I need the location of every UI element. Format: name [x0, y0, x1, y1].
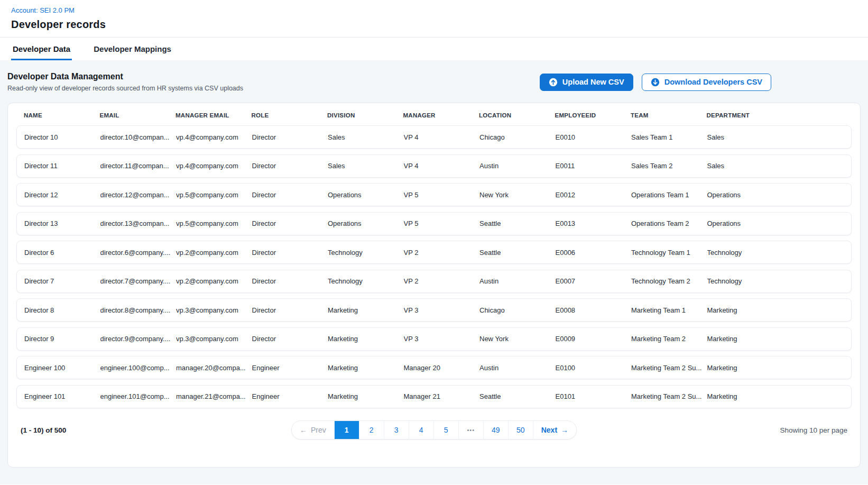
table-row[interactable]: Director 8director.8@company....vp.3@com… [16, 298, 852, 322]
page-button-1[interactable]: 1 [334, 421, 359, 439]
cell-division: Sales [328, 162, 404, 170]
download-developers-csv-button[interactable]: Download Developers CSV [642, 74, 771, 91]
cell-department: Sales [707, 162, 783, 170]
arrow-right-icon: → [561, 426, 568, 434]
table-footer: (1 - 10) of 500 ←Prev12345•••4950Next→ S… [8, 414, 860, 440]
cell-employee_id: E0101 [556, 392, 632, 400]
tab-developer-data[interactable]: Developer Data [11, 38, 72, 60]
pagination-control: ←Prev12345•••4950Next→ [291, 420, 577, 440]
cell-name: Director 13 [24, 219, 100, 227]
cell-team: Marketing Team 2 Su... [631, 392, 707, 400]
table-row[interactable]: Director 12director.12@compan...vp.5@com… [16, 183, 852, 206]
results-range-label: (1 - 10) of 500 [21, 426, 291, 434]
cell-location: Austin [479, 277, 556, 285]
upload-button-label: Upload New CSV [562, 78, 624, 86]
cell-manager_email: vp.4@company.com [176, 133, 252, 141]
pager-label: 50 [516, 426, 525, 434]
cell-manager: VP 2 [404, 277, 480, 285]
pages-ellipsis: ••• [458, 421, 483, 439]
cell-email: director.11@compan... [100, 162, 177, 170]
page-button-3[interactable]: 3 [384, 421, 409, 439]
cell-location: New York [479, 191, 556, 199]
cell-name: Director 10 [24, 133, 100, 141]
account-breadcrumb-link[interactable]: Account: SEI 2.0 PM [11, 6, 75, 14]
next-page-button[interactable]: Next→ [533, 421, 576, 439]
section-actions: Upload New CSV Download Developers CSV [540, 74, 771, 91]
page-button-5[interactable]: 5 [433, 421, 458, 439]
cell-manager: VP 5 [404, 219, 480, 227]
cell-team: Marketing Team 1 [631, 306, 707, 314]
pager-label: 5 [444, 426, 448, 434]
cell-role: Engineer [252, 392, 328, 400]
cell-manager: VP 2 [404, 249, 480, 257]
section-titles: Developer Data Management Read-only view… [7, 72, 243, 92]
cell-email: director.8@company.... [100, 306, 177, 314]
upload-new-csv-button[interactable]: Upload New CSV [540, 74, 633, 91]
column-header-email: EMAIL [100, 112, 176, 118]
cell-manager_email: vp.3@company.com [176, 306, 252, 314]
cell-department: Marketing [707, 392, 783, 400]
page-header: Account: SEI 2.0 PM Developer records [0, 0, 868, 37]
cell-division: Technology [328, 249, 404, 257]
table-row[interactable]: Director 9director.9@company....vp.3@com… [16, 327, 852, 351]
cell-team: Operations Team 2 [631, 219, 707, 227]
cell-division: Technology [328, 277, 404, 285]
cell-manager: Manager 20 [404, 364, 480, 372]
cell-email: director.10@compan... [100, 133, 177, 141]
cell-manager_email: vp.3@company.com [176, 335, 252, 343]
column-header-employee_id: EMPLOYEEID [555, 112, 631, 118]
section-title: Developer Data Management [7, 72, 243, 81]
page-button-4[interactable]: 4 [409, 421, 433, 439]
column-header-location: LOCATION [479, 112, 555, 118]
cell-team: Operations Team 1 [631, 191, 707, 199]
pager-label: Prev [311, 426, 326, 434]
cell-department: Marketing [707, 335, 783, 343]
cell-department: Operations [707, 191, 783, 199]
table-row[interactable]: Engineer 101engineer.101@comp...manager.… [16, 385, 852, 408]
table-row[interactable]: Director 13director.13@compan...vp.5@com… [16, 212, 852, 235]
prev-page-button[interactable]: ←Prev [292, 421, 334, 439]
cell-email: engineer.100@comp... [100, 364, 177, 372]
tab-developer-mappings[interactable]: Developer Mappings [92, 38, 173, 60]
cell-name: Director 11 [24, 162, 100, 170]
cell-manager_email: manager.20@compa... [176, 364, 252, 372]
arrow-left-icon: ← [300, 426, 307, 434]
cell-location: New York [479, 335, 556, 343]
table-row[interactable]: Director 6director.6@company....vp.2@com… [16, 241, 852, 264]
upload-circle-icon [549, 78, 558, 87]
cell-department: Marketing [707, 364, 783, 372]
cell-department: Operations [707, 219, 783, 227]
table-row[interactable]: Engineer 100engineer.100@comp...manager.… [16, 356, 852, 379]
cell-name: Director 12 [24, 191, 100, 199]
section-header: Developer Data Management Read-only view… [7, 72, 861, 103]
column-header-division: DIVISION [327, 112, 403, 118]
cell-email: director.7@company.... [100, 277, 177, 285]
page-button-2[interactable]: 2 [359, 421, 384, 439]
page-button-50[interactable]: 50 [508, 421, 533, 439]
cell-role: Director [252, 191, 328, 199]
cell-manager_email: vp.4@company.com [176, 162, 252, 170]
developer-data-table: NAMEEMAILMANAGER EMAILROLEDIVISIONMANAGE… [7, 103, 861, 468]
cell-name: Director 9 [24, 335, 100, 343]
cell-role: Director [252, 219, 328, 227]
cell-name: Director 8 [24, 306, 100, 314]
table-row[interactable]: Director 7director.7@company....vp.2@com… [16, 270, 852, 293]
cell-division: Operations [328, 219, 404, 227]
pager-label: 1 [345, 426, 349, 434]
cell-division: Sales [328, 133, 404, 141]
tab-bar: Developer Data Developer Mappings [0, 37, 868, 60]
page-button-49[interactable]: 49 [483, 421, 508, 439]
cell-location: Seattle [479, 249, 556, 257]
cell-location: Chicago [479, 306, 556, 314]
pager-label: ••• [467, 427, 475, 433]
table-header-row: NAMEEMAILMANAGER EMAILROLEDIVISIONMANAGE… [8, 103, 860, 125]
cell-role: Director [252, 335, 328, 343]
column-header-name: NAME [24, 112, 100, 118]
cell-employee_id: E0010 [556, 133, 632, 141]
table-row[interactable]: Director 10director.10@compan...vp.4@com… [16, 125, 852, 149]
pager-label: 2 [370, 426, 374, 434]
cell-role: Engineer [252, 364, 328, 372]
download-circle-icon [651, 78, 660, 87]
content-area: Developer Data Management Read-only view… [0, 60, 868, 484]
table-row[interactable]: Director 11director.11@compan...vp.4@com… [16, 154, 852, 178]
